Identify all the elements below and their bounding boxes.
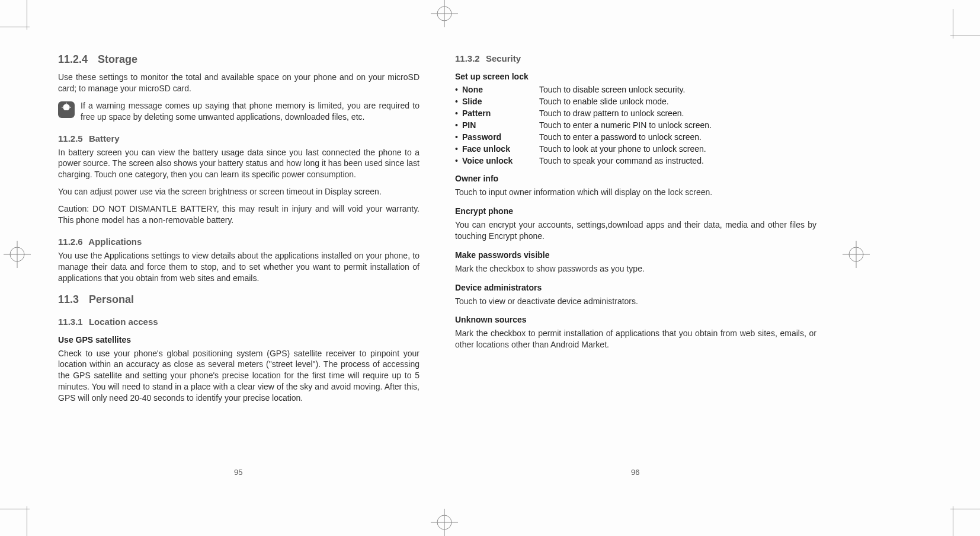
lock-desc: Touch to enter a numeric PIN to unlock s… bbox=[539, 120, 816, 130]
lock-term: None bbox=[462, 85, 539, 94]
lock-desc: Touch to disable screen unlock security. bbox=[539, 85, 816, 94]
registration-mark-bottom bbox=[431, 509, 458, 536]
battery-body3: Caution: DO NOT DISMANTLE BATTERY, this … bbox=[58, 203, 419, 226]
bullet-icon: • bbox=[455, 109, 462, 118]
heading-personal: 11.3 Personal bbox=[58, 293, 419, 306]
crop-mark-tr bbox=[939, 9, 980, 50]
screen-lock-row: •NoneTouch to disable screen unlock secu… bbox=[455, 85, 816, 94]
admin-body: Touch to view or deactivate device admin… bbox=[455, 296, 816, 307]
svg-point-13 bbox=[63, 104, 69, 110]
crop-mark-bl bbox=[0, 494, 41, 536]
registration-mark-top bbox=[431, 0, 458, 27]
visible-heading: Make passwords visible bbox=[455, 250, 816, 260]
lock-term: Slide bbox=[462, 97, 539, 106]
lock-desc: Touch to look at your phone to unlock sc… bbox=[539, 144, 816, 154]
screen-lock-row: •SlideTouch to enable slide unlock mode. bbox=[455, 97, 816, 106]
page-number-left: 95 bbox=[234, 468, 242, 477]
lock-desc: Touch to enter a password to unlock scre… bbox=[539, 132, 816, 142]
bullet-icon: • bbox=[455, 144, 462, 154]
registration-mark-left bbox=[4, 241, 31, 268]
bullet-icon: • bbox=[455, 132, 462, 142]
owner-info-body: Touch to input owner information which w… bbox=[455, 187, 816, 198]
heading-storage: 11.2.4 Storage bbox=[58, 53, 419, 66]
screen-lock-row: •PasswordTouch to enter a password to un… bbox=[455, 132, 816, 142]
lock-desc: Touch to draw pattern to unlock screen. bbox=[539, 109, 816, 118]
heading-security: 11.3.2 Security bbox=[455, 53, 816, 63]
page-number-right: 96 bbox=[631, 468, 639, 477]
screen-lock-row: •PatternTouch to draw pattern to unlock … bbox=[455, 109, 816, 118]
battery-body2: You can adjust power use via the screen … bbox=[58, 186, 419, 197]
screen-lock-row: •Voice unlockTouch to speak your command… bbox=[455, 156, 816, 165]
screen-lock-heading: Set up screen lock bbox=[455, 72, 816, 81]
heading-applications: 11.2.6 Applications bbox=[58, 237, 419, 247]
lock-desc: Touch to enable slide unlock mode. bbox=[539, 97, 816, 106]
gps-body: Check to use your phone's global positio… bbox=[58, 348, 419, 404]
heading-battery: 11.2.5 Battery bbox=[58, 133, 419, 143]
tip-icon bbox=[58, 101, 75, 118]
heading-text: Storage bbox=[98, 53, 137, 65]
svg-rect-18 bbox=[65, 110, 68, 113]
page-left: 11.2.4 Storage Use these settings to mon… bbox=[58, 53, 419, 410]
gps-heading: Use GPS satellites bbox=[58, 335, 419, 344]
page-right: 11.3.2 Security Set up screen lock •None… bbox=[455, 53, 816, 356]
storage-note: If a warning message comes up saying tha… bbox=[58, 100, 419, 123]
screen-lock-row: •PINTouch to enter a numeric PIN to unlo… bbox=[455, 120, 816, 130]
applications-body: You use the Applications settings to vie… bbox=[58, 250, 419, 284]
bullet-icon: • bbox=[455, 85, 462, 94]
encrypt-heading: Encrypt phone bbox=[455, 206, 816, 216]
admin-heading: Device administrators bbox=[455, 283, 816, 292]
screen-lock-row: •Face unlockTouch to look at your phone … bbox=[455, 144, 816, 154]
unknown-heading: Unknown sources bbox=[455, 315, 816, 324]
storage-note-text: If a warning message comes up saying tha… bbox=[81, 100, 419, 123]
registration-mark-right bbox=[843, 241, 870, 268]
lock-desc: Touch to speak your command as instructe… bbox=[539, 156, 816, 165]
lock-term: PIN bbox=[462, 120, 539, 130]
crop-mark-tl bbox=[0, 0, 41, 42]
encrypt-body: You can encrypt your accounts, settings,… bbox=[455, 219, 816, 242]
storage-body: Use these settings to monitor the total … bbox=[58, 72, 419, 94]
screen-lock-list: •NoneTouch to disable screen unlock secu… bbox=[455, 85, 816, 165]
heading-num: 11.2.4 bbox=[58, 53, 88, 65]
lock-term: Face unlock bbox=[462, 144, 539, 154]
lock-term: Password bbox=[462, 132, 539, 142]
battery-body1: In battery screen you can view the batte… bbox=[58, 147, 419, 181]
owner-info-heading: Owner info bbox=[455, 174, 816, 183]
bullet-icon: • bbox=[455, 97, 462, 106]
heading-location-access: 11.3.1 Location access bbox=[58, 317, 419, 327]
bullet-icon: • bbox=[455, 156, 462, 165]
lock-term: Pattern bbox=[462, 109, 539, 118]
visible-body: Mark the checkbox to show passwords as y… bbox=[455, 263, 816, 275]
lock-term: Voice unlock bbox=[462, 156, 539, 165]
bullet-icon: • bbox=[455, 120, 462, 130]
crop-mark-br bbox=[939, 494, 980, 536]
unknown-body: Mark the checkbox to permit installation… bbox=[455, 328, 816, 350]
